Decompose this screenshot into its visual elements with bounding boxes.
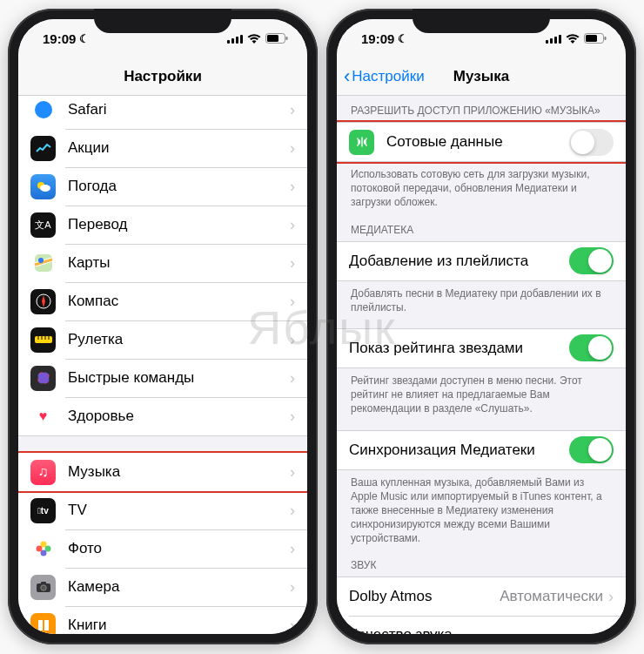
add-from-playlist-row[interactable]: Добавление из плейлиста [337,242,626,280]
settings-row-compass[interactable]: Компас› [18,282,307,320]
row-label: TV [68,502,290,519]
translate-icon: 文A [30,212,56,238]
settings-row-maps[interactable]: Карты› [18,244,307,282]
chevron-right-icon: › [290,331,295,349]
settings-row-music[interactable]: ♫Музыка› [18,453,307,491]
section-footer: Использовать сотовую сеть для загрузки м… [337,162,626,213]
settings-row-books[interactable]: Книги› [18,606,307,634]
back-label: Настройки [352,68,424,85]
phone-left: 19:09 ☾ Настройки [8,9,318,644]
status-time: 19:09 [361,31,394,46]
svg-rect-29 [41,582,46,584]
music-settings-content[interactable]: РАЗРЕШИТЬ ДОСТУП ПРИЛОЖЕНИЮ «МУЗЫКА» Сот… [337,96,626,634]
sync-library-row[interactable]: Синхронизация Медиатеки [337,431,626,469]
settings-content[interactable]: Safari› Акции› Погода› 文AПеревод› Карты›… [18,96,307,634]
svg-rect-22 [37,372,50,384]
dolby-atmos-row[interactable]: Dolby AtmosАвтоматически› [337,577,626,616]
chevron-right-icon: › [290,178,295,196]
row-label: Акции [68,139,290,157]
settings-row-camera[interactable]: Камера› [18,568,307,606]
notch [413,9,550,33]
row-label: Dolby Atmos [349,588,500,605]
cellular-toggle[interactable] [569,129,614,156]
row-label: Рулетка [68,331,290,348]
svg-rect-35 [546,40,548,44]
row-label: Safari [68,101,290,118]
cellular-signal-icon [546,34,561,44]
settings-row-weather[interactable]: Погода› [18,167,307,206]
star-rating-row[interactable]: Показ рейтинга звездами [337,329,626,367]
settings-row-safari[interactable]: Safari› [18,96,307,129]
section-header-library: МЕДИАТЕКА [337,213,626,241]
maps-icon [30,251,56,276]
settings-row-measure[interactable]: Рулетка› [18,320,307,359]
cellular-data-row[interactable]: Сотовые данные [337,123,626,161]
safari-icon [30,98,56,123]
svg-marker-15 [42,295,45,307]
row-label: Быстрые команды [68,369,290,387]
wifi-icon [566,34,580,44]
row-label: Музыка [68,463,290,481]
svg-rect-1 [231,38,234,44]
row-label: Камера [68,578,290,596]
row-label: Погода [68,178,290,195]
settings-row-translate[interactable]: 文AПеревод› [18,206,307,244]
row-label: Здоровье [68,408,290,425]
do-not-disturb-icon: ☾ [398,32,408,45]
svg-point-23 [40,542,46,548]
add-from-playlist-toggle[interactable] [569,247,614,274]
row-label: Книги [68,617,290,634]
photos-icon [30,536,56,562]
svg-rect-40 [586,35,597,42]
chevron-right-icon: › [290,578,295,597]
svg-rect-16 [35,336,52,343]
shortcuts-icon [30,366,56,391]
row-label: Перевод [68,216,290,233]
svg-point-28 [40,585,45,590]
settings-row-tv[interactable]: tvTV› [18,491,307,529]
svg-point-25 [40,550,46,556]
compass-icon [30,289,56,314]
tv-icon: tv [30,498,56,523]
stocks-icon [30,136,56,161]
settings-row-health[interactable]: ♥Здоровье› [18,397,307,435]
svg-rect-2 [236,37,238,44]
row-label: Фото [68,540,290,557]
cellular-icon [349,130,374,155]
svg-rect-5 [267,35,278,42]
notch [94,9,231,33]
row-label: Карты [68,254,290,272]
chevron-right-icon: › [608,588,614,606]
settings-row-stocks[interactable]: Акции› [18,129,307,167]
camera-icon [30,575,56,600]
svg-rect-6 [286,37,288,40]
status-time: 19:09 [43,31,76,46]
phone-right: 19:09 ☾ ‹Настройки Музыка РАЗРЕШИТЬ ДОСТ… [326,9,636,644]
section-footer: Ваша купленная музыка, добавляемый Вами … [337,470,626,549]
svg-point-11 [40,185,50,192]
row-label: Компас [68,293,290,310]
back-button[interactable]: ‹Настройки [344,67,425,86]
sync-library-toggle[interactable] [569,436,614,463]
svg-point-24 [44,546,50,552]
settings-row-photos[interactable]: Фото› [18,529,307,568]
page-title: Музыка [453,68,509,85]
chevron-right-icon: › [290,139,295,158]
weather-icon [30,174,56,199]
chevron-right-icon: › [608,626,614,634]
svg-point-7 [35,101,52,118]
settings-row-shortcuts[interactable]: Быстрые команды› [18,359,307,397]
chevron-right-icon: › [290,293,295,311]
row-label: Синхронизация Медиатеки [349,442,569,459]
audio-quality-row[interactable]: Качество звука› [337,616,626,634]
svg-rect-3 [240,35,243,44]
section-footer: Рейтинг звездами доступен в меню песни. … [337,368,626,420]
chevron-right-icon: › [290,369,295,388]
chevron-right-icon: › [290,502,295,520]
star-rating-toggle[interactable] [569,334,614,361]
row-label: Показ рейтинга звездами [349,340,569,357]
chevron-right-icon: › [290,408,295,426]
do-not-disturb-icon: ☾ [79,32,90,45]
section-header-audio: ЗВУК [337,549,626,576]
svg-rect-36 [550,38,553,44]
